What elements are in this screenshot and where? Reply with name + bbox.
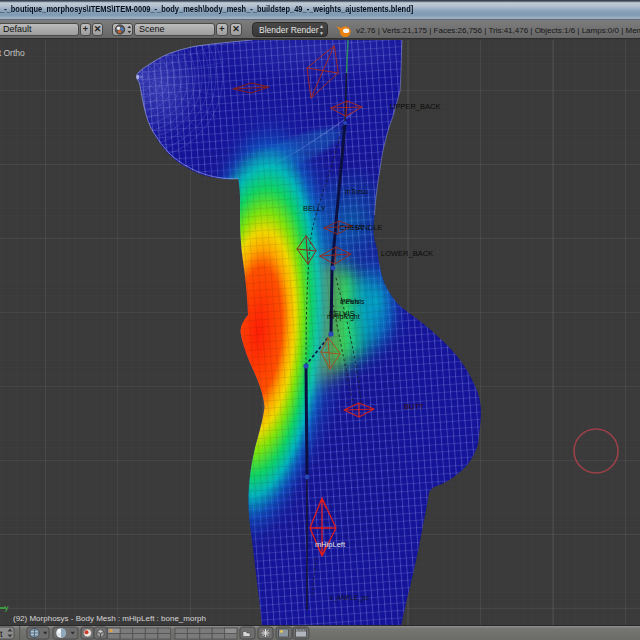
svg-text:Pelvis: Pelvis [341,298,360,305]
svg-text:v_ANKLE_po: v_ANKLE_po [330,594,369,602]
svg-text:mHipRight: mHipRight [327,313,360,321]
svg-text:HANDLE: HANDLE [352,223,382,232]
svg-text:BUTT: BUTT [404,402,424,411]
svg-text:UPPER_BACK: UPPER_BACK [390,102,440,111]
svg-text:y: y [5,603,9,612]
svg-text:mHipLeft: mHipLeft [315,540,346,549]
svg-text:BELLY: BELLY [303,204,326,213]
svg-text:mTorso: mTorso [345,188,368,195]
svg-text:LOWER_BACK: LOWER_BACK [381,249,433,258]
